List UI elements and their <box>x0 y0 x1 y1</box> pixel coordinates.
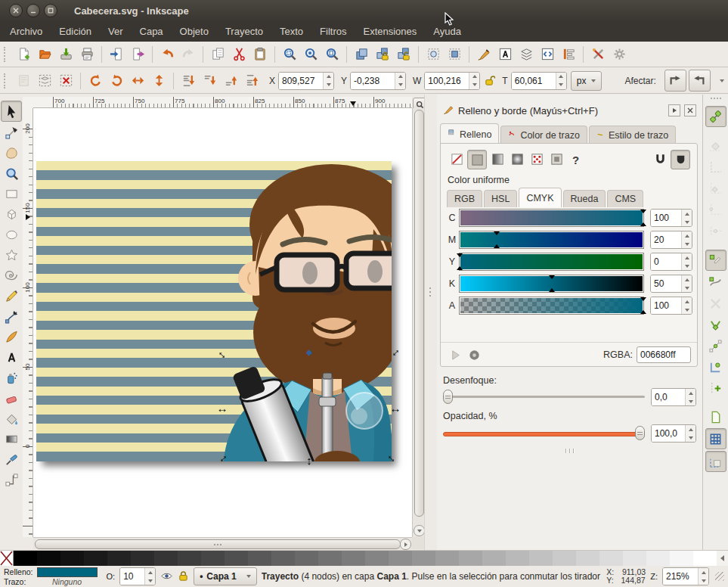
k-value-field[interactable] <box>650 275 692 293</box>
palette-swatch[interactable] <box>37 551 60 566</box>
snap-midpoints-button[interactable] <box>706 336 726 356</box>
snap-cusp-nodes-button[interactable] <box>706 315 726 334</box>
selection-handle-e[interactable]: ↔ <box>389 402 401 414</box>
affect-move-button[interactable] <box>664 70 686 92</box>
preferences-button[interactable] <box>588 45 608 64</box>
group-button[interactable] <box>373 45 392 64</box>
zoom-selection-button[interactable] <box>280 45 299 64</box>
create-clone-button[interactable] <box>423 45 443 64</box>
text-dialog-button[interactable] <box>495 45 515 64</box>
layers-dialog-button[interactable] <box>516 45 536 64</box>
cut-button[interactable] <box>229 45 249 64</box>
vertical-scrollbar-thumb[interactable] <box>414 110 424 517</box>
palette-swatch[interactable] <box>225 551 248 566</box>
palette-swatch[interactable] <box>646 551 670 566</box>
palette-swatch[interactable] <box>459 551 482 566</box>
flip-horizontal-button[interactable] <box>128 71 147 91</box>
opacity-spinner[interactable] <box>685 425 695 442</box>
fill-stroke-dialog-button[interactable] <box>474 45 494 64</box>
import-button[interactable] <box>107 45 126 64</box>
horizontal-scrollbar[interactable] <box>33 537 412 549</box>
fill-help-button[interactable]: ? <box>572 154 579 166</box>
menu-item-capa[interactable]: Capa <box>132 23 172 40</box>
maximize-window-button[interactable] <box>44 4 57 17</box>
k-value-input[interactable] <box>651 275 681 292</box>
layer-dropdown[interactable]: • Capa 1 <box>194 567 257 585</box>
zoom-drawing-button[interactable] <box>301 45 321 64</box>
m-value-input[interactable] <box>651 231 681 248</box>
palette-swatch[interactable] <box>248 551 271 566</box>
selection-handle-w[interactable]: ↔ <box>216 402 228 414</box>
linear-gradient-button[interactable] <box>488 150 507 168</box>
x-input[interactable] <box>279 73 323 89</box>
y-slider[interactable] <box>459 253 644 271</box>
selector-button[interactable] <box>1 101 22 122</box>
object-opacity-input[interactable] <box>120 568 144 585</box>
y-input[interactable] <box>351 73 395 89</box>
a-value-field[interactable] <box>650 297 692 315</box>
palette-swatch[interactable] <box>506 551 529 566</box>
menu-item-trayecto[interactable]: Trayecto <box>217 23 271 40</box>
new-document-button[interactable] <box>14 45 33 64</box>
tab-estilo-de-trazo[interactable]: Estilo de trazo <box>589 126 676 144</box>
snap-guides-button[interactable] <box>705 451 726 472</box>
horizontal-scrollbar-thumb[interactable] <box>35 539 401 549</box>
menu-item-extensiones[interactable]: Extensiones <box>355 23 425 40</box>
palette-swatch[interactable] <box>154 551 178 566</box>
tab-relleno[interactable]: Relleno <box>440 123 499 144</box>
h-spinner[interactable] <box>556 73 566 89</box>
c-value-input[interactable] <box>651 210 681 226</box>
menu-item-filtros[interactable]: Filtros <box>311 23 355 40</box>
fill-rule-evenodd-button[interactable] <box>651 150 669 168</box>
raise-to-top-button[interactable] <box>242 71 262 91</box>
object-opacity-spinner[interactable] <box>144 568 155 585</box>
palette-swatch[interactable] <box>412 551 435 566</box>
palette-swatch[interactable] <box>623 551 646 566</box>
rotation-center-icon[interactable]: ◆ <box>303 346 315 359</box>
palette-swatch[interactable] <box>365 551 389 566</box>
pattern-button[interactable] <box>528 150 546 168</box>
redo-button[interactable] <box>178 45 198 64</box>
titlebar[interactable]: Cabecera.svg - Inkscape <box>0 0 728 21</box>
color-tab-hsl[interactable]: HSL <box>484 190 517 207</box>
c-value-field[interactable] <box>650 209 692 227</box>
window-resize-grip[interactable] <box>715 572 724 581</box>
zoom-field[interactable] <box>662 567 709 585</box>
palette-swatch[interactable] <box>178 551 201 566</box>
a-spinner[interactable] <box>681 297 692 314</box>
a-value-input[interactable] <box>651 297 681 314</box>
y-value-field[interactable] <box>650 253 692 271</box>
print-button[interactable] <box>77 45 97 64</box>
palette-scroll-button[interactable] <box>717 551 728 566</box>
affect-transform-button[interactable] <box>689 70 711 92</box>
calligraphy-button[interactable] <box>2 327 21 346</box>
palette-swatch[interactable] <box>342 551 365 566</box>
menu-item-archivo[interactable]: Archivo <box>2 23 51 40</box>
opacity-slider[interactable] <box>443 425 645 442</box>
w-input[interactable] <box>425 73 469 89</box>
opacity-input[interactable] <box>652 425 685 442</box>
snap-bbox-edges-button[interactable] <box>706 157 726 177</box>
menu-item-objeto[interactable]: Objeto <box>172 23 217 40</box>
picker-target-icon[interactable] <box>466 346 482 363</box>
menu-item-ver[interactable]: Ver <box>100 23 132 40</box>
blur-spinner[interactable] <box>685 389 695 405</box>
scroll-down-button[interactable] <box>414 525 425 536</box>
snap-nodes-button[interactable] <box>705 250 726 271</box>
no-paint-button[interactable] <box>448 150 466 168</box>
palette-swatch[interactable] <box>295 551 318 566</box>
rectangle-button[interactable] <box>2 184 21 203</box>
ellipse-button[interactable] <box>2 225 21 244</box>
x-field[interactable] <box>278 72 334 90</box>
deselect-button[interactable] <box>56 71 76 91</box>
horizontal-ruler[interactable]: 700725750775800825850875900 <box>33 97 412 108</box>
tweak-button[interactable] <box>2 143 21 163</box>
save-document-button[interactable] <box>56 45 76 64</box>
toolbar-grip[interactable] <box>711 98 721 103</box>
y-field[interactable] <box>350 72 406 90</box>
selection-handle-s[interactable]: ↕ <box>303 454 315 466</box>
toolbar-grip[interactable] <box>4 73 10 89</box>
panel-divider[interactable] <box>424 95 438 550</box>
toolbar-grip[interactable] <box>4 47 10 62</box>
affect-more-caret-icon[interactable] <box>720 79 724 82</box>
